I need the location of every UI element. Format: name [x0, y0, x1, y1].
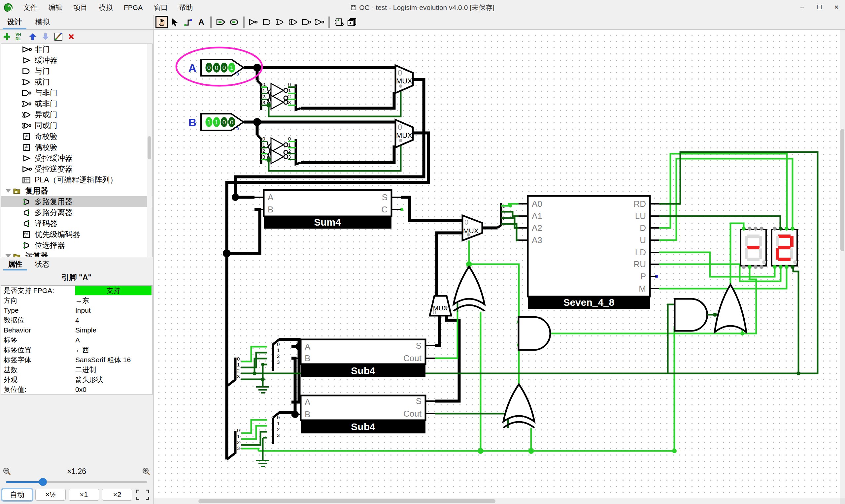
expand-arrow-icon[interactable]	[6, 189, 11, 193]
tab-simulate[interactable]: 模拟	[30, 15, 54, 29]
tree-item-odd-parity[interactable]: 奇校验	[1, 131, 152, 142]
tree-item-and-gate[interactable]: 与门	[1, 66, 152, 76]
seven-segment-display-2[interactable]: 2	[772, 227, 797, 269]
svg-text:B: B	[305, 353, 310, 363]
move-up-button[interactable]	[28, 32, 38, 41]
canvas-hscrollbar[interactable]	[154, 498, 840, 504]
text-tool-button[interactable]: A	[195, 16, 208, 29]
tree-item-nand-gate[interactable]: 与非门	[1, 87, 152, 98]
circuit-canvas[interactable]: 0123 0123 0123 0123 0123 0123 0123 0123 …	[154, 30, 845, 504]
canvas-vscrollbar-thumb[interactable]	[840, 129, 844, 251]
mux-2[interactable]: 0 MUX	[395, 120, 413, 147]
tree-item-buffer[interactable]: 缓冲器	[1, 55, 152, 66]
wire-tool-button[interactable]	[182, 16, 194, 29]
input-pin-b[interactable]: 11 00 b B	[188, 114, 244, 131]
tree-item-priority-encoder[interactable]: 优先级编码器	[1, 229, 152, 240]
menu-edit[interactable]: 编辑	[43, 0, 68, 15]
tree-folder-arithmetic[interactable]: 运算器	[1, 251, 152, 257]
prop-row-label[interactable]: 标签A	[1, 335, 152, 345]
tab-design[interactable]: 设计	[3, 15, 27, 29]
output-pin-icon	[229, 18, 239, 26]
not-gate-button[interactable]	[247, 16, 260, 29]
zoom-half-button[interactable]: ×½	[35, 489, 66, 501]
tree-item-even-parity[interactable]: 偶校验	[1, 142, 152, 153]
and-gate-button[interactable]	[261, 16, 273, 29]
tree-item-xnor-gate[interactable]: 同或门	[1, 120, 152, 131]
zoom-1x-button[interactable]: ×1	[69, 489, 99, 501]
expand-arrow-icon[interactable]	[6, 254, 11, 257]
tab-attributes[interactable]: 属性	[3, 258, 27, 270]
tree-item-multiplexer[interactable]: 多路复用器	[1, 196, 152, 207]
zoom-slider[interactable]	[0, 477, 153, 487]
and-gate-1[interactable]	[518, 317, 550, 350]
tree-item-controlled-buffer[interactable]: 受控缓冲器	[1, 153, 152, 164]
prop-row-radix[interactable]: 基数二进制	[1, 365, 152, 375]
prop-row-appearance[interactable]: 外观箭头形状	[1, 375, 152, 384]
sub4-subcircuit-1[interactable]: Sub4 AB SCout	[292, 339, 435, 377]
svg-text:LD: LD	[635, 247, 646, 257]
add-vhdl-button[interactable]: VHDL	[15, 32, 25, 41]
xor-gate-button[interactable]	[287, 16, 299, 29]
tab-state[interactable]: 状态	[30, 258, 54, 270]
tree-scrollbar-thumb[interactable]	[147, 136, 151, 159]
zoom-in-icon[interactable]	[142, 467, 151, 475]
close-button[interactable]: ✕	[828, 0, 845, 15]
zoom-fit-button[interactable]	[135, 489, 150, 501]
maximize-button[interactable]: ☐	[811, 0, 828, 15]
tree-item-or-gate[interactable]: 或门	[1, 76, 152, 87]
add-circuit-button[interactable]	[2, 32, 12, 41]
menu-window[interactable]: 窗口	[148, 0, 173, 15]
delete-button[interactable]	[66, 32, 76, 41]
add-subcircuit-button[interactable]	[333, 16, 345, 29]
seven-segment-display-1[interactable]: -	[741, 227, 766, 269]
or-gate-1[interactable]	[715, 285, 746, 332]
tree-item-controlled-inverter[interactable]: 受控逆变器	[1, 164, 152, 175]
input-pin-button[interactable]	[214, 16, 227, 29]
prop-row-label-font[interactable]: 标签字体SansSerif 粗体 16	[1, 355, 152, 365]
seven-4-8-subcircuit[interactable]: Seven_4_8 A0A1 A2A3 RDLU DU LDRU PM	[518, 196, 659, 309]
canvas-vscrollbar[interactable]	[840, 30, 845, 498]
tree-item-xor-gate[interactable]: 异或门	[1, 109, 152, 120]
prop-row-behavior[interactable]: BehaviorSimple	[1, 325, 152, 335]
tree-item-pla[interactable]: PLA（可编程逻辑阵列）	[1, 175, 152, 185]
sum4-subcircuit[interactable]: Sum4 AB SC	[254, 190, 401, 229]
prop-row-label-position[interactable]: 标签位置←西	[1, 345, 152, 355]
tree-item-nor-gate[interactable]: 或非门	[1, 98, 152, 109]
zoom-auto-button[interactable]: 自动	[2, 489, 32, 501]
nand-gate-button[interactable]	[300, 16, 313, 29]
tree-item-demultiplexer[interactable]: 多路分离器	[1, 207, 152, 218]
select-tool-button[interactable]	[169, 16, 181, 29]
mux-4[interactable]: MUX 0	[430, 296, 451, 316]
zoom-slider-thumb[interactable]	[39, 478, 47, 486]
or-gate-button[interactable]	[274, 16, 286, 29]
nor-gate-button[interactable]	[313, 16, 326, 29]
poke-tool-button[interactable]	[156, 16, 168, 29]
input-pin-icon	[216, 18, 226, 26]
output-pin-button[interactable]	[228, 16, 240, 29]
prop-row-fpga[interactable]: 是否支持 FPGA:支持	[1, 286, 152, 295]
and-gate-2[interactable]	[675, 299, 722, 331]
menu-file[interactable]: 文件	[18, 0, 43, 15]
menu-project[interactable]: 项目	[68, 0, 93, 15]
move-down-button[interactable]	[40, 32, 51, 41]
prop-row-type[interactable]: TypeInput	[1, 305, 152, 315]
prop-row-reset-value[interactable]: 复位值:0x0	[1, 384, 152, 395]
edit-button[interactable]	[53, 32, 64, 41]
menu-fpga[interactable]: FPGA	[118, 0, 148, 15]
mux-1[interactable]: 0 MUX	[395, 65, 413, 93]
sub4-subcircuit-2[interactable]: Sub4 AB SCout	[292, 395, 435, 433]
tree-scrollbar[interactable]	[147, 44, 152, 257]
prop-row-facing[interactable]: 方向→东	[1, 295, 152, 305]
minimize-button[interactable]: –	[793, 0, 811, 15]
menu-help[interactable]: 帮助	[173, 0, 198, 15]
tree-item-not-gate[interactable]: 非门	[1, 44, 152, 55]
mux-3[interactable]: 0 MUX	[462, 215, 482, 240]
canvas-hscrollbar-thumb[interactable]	[198, 499, 495, 503]
tree-item-bit-selector[interactable]: 位选择器	[1, 240, 152, 251]
appearance-editor-button[interactable]	[346, 16, 358, 29]
tree-item-decoder[interactable]: 译码器	[1, 218, 152, 229]
menu-simulate[interactable]: 模拟	[93, 0, 118, 15]
tree-folder-plexers[interactable]: 复用器	[1, 185, 152, 196]
prop-row-databits[interactable]: 数据位4	[1, 315, 152, 325]
zoom-2x-button[interactable]: ×2	[102, 489, 133, 501]
